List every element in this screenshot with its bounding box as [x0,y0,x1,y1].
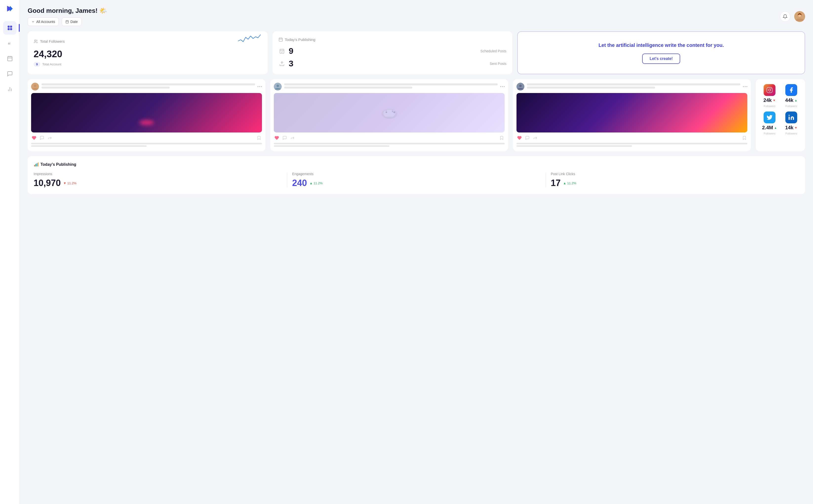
svg-point-37 [386,112,387,113]
followers-icon [34,39,38,44]
post-1-actions [31,135,262,141]
twitter-metric: 2.4M ▲ Followers [761,112,778,135]
facebook-count: 44k ▲ [785,97,797,103]
chevron-down-icon [31,20,35,23]
bookmark-icon[interactable] [256,135,262,141]
linkedin-metric: 14k ▼ Followers [782,112,800,135]
svg-point-50 [771,88,771,89]
svg-marker-1 [10,6,13,12]
svg-point-47 [519,85,522,87]
engagements-metric: Engagements 240 ▲ 11.2% [292,172,540,188]
post-line-short [284,87,412,89]
instagram-label: Followers [764,105,775,108]
share-icon[interactable] [47,135,53,141]
post-3-header [516,83,747,91]
dot [259,86,260,87]
link-clicks-value: 17 ▲ 11.2% [551,178,799,188]
comment-icon[interactable] [39,135,45,141]
app-logo[interactable] [5,4,15,14]
scheduled-count: 9 [289,46,301,56]
heart-icon[interactable] [274,135,280,141]
svg-rect-5 [10,28,12,30]
dot [261,86,262,87]
heart-icon[interactable] [516,135,522,141]
publishing-header-label: Today's Publishing [285,37,316,42]
ai-create-button[interactable]: Let's create! [642,54,680,64]
post-2-header [274,83,505,91]
impressions-value: 10,970 ▼ 11.2% [34,178,282,188]
svg-rect-48 [767,87,772,93]
twitter-icon [764,112,776,123]
dot [258,86,259,87]
post-3-lines [527,83,740,90]
link-clicks-metric: Post Link Clicks 17 ▲ 11.2% [551,172,799,188]
post-line-short [41,87,169,89]
svg-point-43 [394,112,395,113]
linkedin-trend: ▼ [794,126,797,130]
svg-rect-53 [34,165,35,167]
total-followers-card: Total Followers 24,320 9 Total Account [28,31,268,74]
date-filter[interactable]: Date [62,18,81,26]
avatar-image [794,11,805,22]
publishing-section-header: Today's Publishing [34,162,799,167]
sidebar-item-dashboard[interactable] [3,21,17,35]
comment-icon[interactable] [524,135,530,141]
svg-rect-22 [279,38,283,41]
main-content: Good morning, James! 🌤️ All Accounts Dat… [20,0,813,504]
svg-rect-36 [383,110,395,117]
notification-button[interactable] [780,11,790,22]
todays-publishing-card: Today's Publishing 9 Scheduled Posts 3 S… [273,31,512,74]
heart-icon[interactable] [31,135,37,141]
post-3-avatar [516,83,524,91]
account-count-badge: 9 [34,62,40,67]
post-footer-line-short [274,145,389,147]
header-right [780,11,805,22]
publishing-analytics-section: Today's Publishing Impressions 10,970 ▼ … [28,156,805,194]
svg-text:ai: ai [8,42,10,45]
sidebar-item-ai[interactable]: ai [3,37,17,50]
engagements-value: 240 ▲ 11.2% [292,178,540,188]
comment-icon[interactable] [282,135,288,141]
posts-and-social: 24k ▼ Followers 44k ▲ Followers [28,79,805,151]
facebook-metric: 44k ▲ Followers [782,84,800,108]
date-label: Date [70,20,78,24]
impressions-label: Impressions [34,172,282,176]
all-accounts-label: All Accounts [36,20,55,24]
linkedin-icon [785,112,797,123]
sent-icon [279,60,286,67]
svg-rect-3 [10,26,12,28]
post-1-menu[interactable] [258,86,262,87]
account-label: Total Account [42,62,61,66]
instagram-trend: ▼ [773,99,776,102]
post-1-image [31,93,262,132]
share-icon[interactable] [290,135,296,141]
engagements-change: ▲ 11.2% [309,181,323,185]
user-avatar[interactable] [794,11,805,22]
post-2-avatar [274,83,282,91]
post-2-menu[interactable] [500,86,505,87]
publishing-section-title: Today's Publishing [40,162,76,167]
sidebar-item-inbox[interactable] [3,67,17,80]
facebook-icon [785,84,797,96]
followers-label: Total Followers [40,39,65,43]
post-3-menu[interactable] [743,86,747,87]
share-icon[interactable] [532,135,538,141]
post-1-header [31,83,262,91]
sidebar-item-calendar[interactable] [3,52,17,65]
header-left: Good morning, James! 🌤️ All Accounts Dat… [28,7,107,26]
header: Good morning, James! 🌤️ All Accounts Dat… [28,7,805,26]
followers-header: Total Followers [34,37,262,45]
sent-count: 3 [289,59,301,68]
post-footer-line-short [516,145,632,147]
publishing-icon [279,37,283,42]
followers-chart [237,32,262,45]
publishing-header: Today's Publishing [279,37,507,42]
linkedin-count: 14k ▼ [785,125,797,131]
sidebar-item-analytics[interactable] [3,82,17,96]
post-footer-line-short [31,145,147,147]
bookmark-icon[interactable] [499,135,505,141]
svg-rect-4 [8,28,10,30]
bookmark-icon[interactable] [741,135,747,141]
svg-point-42 [394,111,395,112]
all-accounts-filter[interactable]: All Accounts [28,18,59,26]
